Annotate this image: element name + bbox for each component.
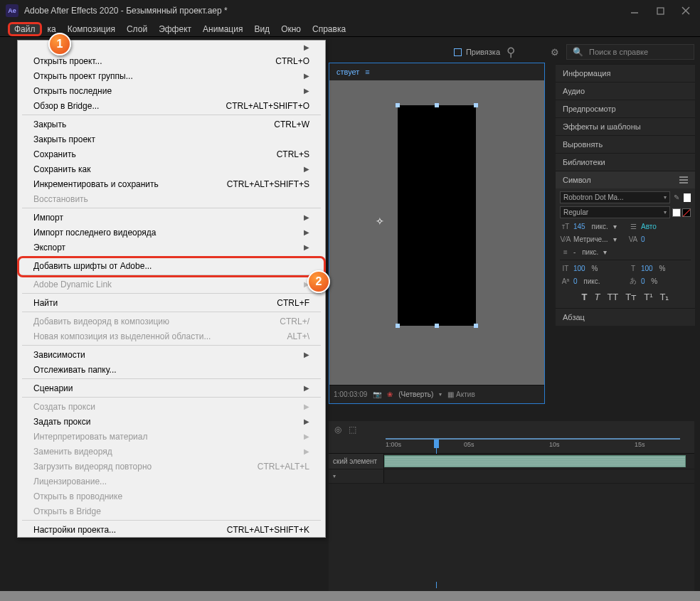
font-style-dropdown[interactable]: Regular▾ bbox=[560, 206, 670, 218]
menu-animation[interactable]: Анимация bbox=[197, 23, 248, 36]
menu-item[interactable]: СохранитьCTRL+S bbox=[18, 147, 325, 161]
tick-1: 05s bbox=[464, 441, 474, 448]
composition-panel: ствует ≡ ✧ 1:00:03:09 📷 ❀ (Четверть) ▾ ▦… bbox=[329, 63, 545, 404]
handle-tl[interactable] bbox=[396, 103, 400, 107]
minimize-button[interactable] bbox=[630, 6, 640, 16]
stroke-color-swatch[interactable] bbox=[682, 208, 691, 217]
menu-item[interactable]: Сценарии▶ bbox=[18, 381, 325, 395]
fill-color-swatch[interactable] bbox=[672, 208, 681, 217]
snapshot-icon[interactable]: 📷 bbox=[373, 390, 381, 398]
maximize-button[interactable] bbox=[655, 6, 665, 16]
stroke-width-field[interactable]: ≡- пикс.▾ bbox=[560, 247, 691, 257]
menu-item[interactable]: Обзор в Bridge...CTRL+ALT+SHIFT+O bbox=[18, 98, 325, 113]
comp-tab[interactable]: ствует ≡ bbox=[329, 63, 544, 80]
menu-item[interactable]: Настройки проекта...CTRL+ALT+SHIFT+K bbox=[18, 522, 325, 537]
status-bar bbox=[0, 591, 700, 601]
work-area[interactable] bbox=[386, 438, 680, 440]
menu-item[interactable]: НайтиCTRL+F bbox=[18, 295, 325, 310]
menu-item[interactable]: Добавить шрифты от Adobe... bbox=[18, 258, 325, 273]
menu-view[interactable]: Вид bbox=[248, 23, 275, 36]
handle-br[interactable] bbox=[474, 324, 478, 328]
vscale-field[interactable]: IT100 % bbox=[560, 263, 623, 273]
comp-viewport[interactable]: ✧ bbox=[329, 80, 544, 351]
checkbox-icon bbox=[454, 48, 462, 56]
tsume-field[interactable]: あ0 % bbox=[627, 276, 691, 286]
timecode-display[interactable]: 1:00:03:09 bbox=[334, 390, 367, 398]
menu-item[interactable]: Импорт▶ bbox=[18, 210, 325, 225]
menu-effect[interactable]: Эффект bbox=[153, 23, 197, 36]
tl-icon-2[interactable]: ⬚ bbox=[349, 425, 356, 435]
tracking-icon: VA bbox=[627, 234, 639, 244]
handle-t[interactable] bbox=[435, 103, 439, 107]
snap-toggle[interactable]: Привязка ⚲ bbox=[454, 45, 515, 60]
menu-layer[interactable]: Слой bbox=[121, 23, 153, 36]
menu-item[interactable]: Задать прокси▶ bbox=[18, 414, 325, 429]
panel-preview[interactable]: Предпросмотр bbox=[556, 100, 695, 117]
timeline-ruler[interactable]: 1:00s 05s 10s 15s bbox=[329, 438, 694, 454]
allcaps-button[interactable]: TT bbox=[607, 292, 618, 302]
menu-item[interactable]: ЗакрытьCTRL+W bbox=[18, 117, 325, 132]
hscale-field[interactable]: T100 % bbox=[627, 263, 691, 273]
tick-2: 10s bbox=[549, 441, 560, 448]
panel-character-header[interactable]: Символ bbox=[556, 171, 695, 188]
snap-expand-icon: ⚲ bbox=[507, 45, 515, 60]
fill-swatch[interactable] bbox=[684, 193, 691, 202]
layer-label: ский элемент bbox=[329, 454, 384, 469]
panel-paragraph[interactable]: Абзац bbox=[556, 308, 695, 326]
help-search[interactable]: 🔍 Поиск в справке bbox=[566, 44, 694, 60]
handle-bl[interactable] bbox=[396, 324, 400, 328]
menu-item[interactable]: Закрыть проект bbox=[18, 132, 325, 147]
anchor-icon: ✧ bbox=[376, 216, 386, 225]
menu-item[interactable]: Отслеживать папку... bbox=[18, 362, 325, 377]
step-badge-2: 2 bbox=[307, 270, 330, 293]
italic-button[interactable]: T bbox=[594, 292, 600, 302]
kerning-icon: V⁄A bbox=[560, 234, 571, 244]
menu-item[interactable]: Импорт последнего видеоряда▶ bbox=[18, 225, 325, 240]
handle-b[interactable] bbox=[435, 324, 439, 328]
camera-dropdown[interactable]: ▦ Актив bbox=[447, 390, 474, 398]
comp-tab-menu-icon[interactable]: ≡ bbox=[365, 68, 369, 76]
panel-effects[interactable]: Эффекты и шаблоны bbox=[556, 117, 695, 135]
superscript-button[interactable]: T¹ bbox=[644, 292, 652, 302]
menu-item: Восстановить bbox=[18, 191, 325, 206]
layer-clip[interactable] bbox=[384, 455, 686, 467]
panel-menu-icon[interactable] bbox=[679, 176, 688, 184]
tl-icon-1[interactable]: ◎ bbox=[334, 425, 341, 435]
menu-item[interactable]: Открыть проект...CTRL+O bbox=[18, 53, 325, 68]
font-size-field[interactable]: тТ145 пикс.▾ bbox=[560, 221, 623, 231]
handle-tr[interactable] bbox=[474, 103, 478, 107]
app-icon: Ae bbox=[6, 4, 18, 17]
close-button[interactable] bbox=[681, 6, 691, 16]
menu-item[interactable]: Зависимости▶ bbox=[18, 347, 325, 362]
menu-item[interactable]: Сохранить как▶ bbox=[18, 161, 325, 176]
leading-field[interactable]: ☰Авто bbox=[627, 221, 691, 231]
baseline-field[interactable]: Aª0 пикс. bbox=[560, 276, 623, 286]
timeline-sub-row[interactable]: ▾ bbox=[329, 469, 694, 484]
comp-tab-label: ствует bbox=[336, 68, 359, 76]
kerning-field[interactable]: V⁄AМетриче...▾ bbox=[560, 234, 623, 244]
panel-align[interactable]: Выровнять bbox=[556, 135, 695, 153]
panel-info[interactable]: Информация bbox=[556, 64, 695, 82]
smallcaps-button[interactable]: Tᴛ bbox=[625, 292, 637, 302]
menu-item[interactable]: Открыть последние▶ bbox=[18, 83, 325, 98]
menu-help[interactable]: Справка bbox=[307, 23, 351, 36]
subscript-button[interactable]: T₁ bbox=[660, 292, 669, 302]
bold-button[interactable]: T bbox=[582, 292, 588, 302]
menu-item[interactable]: Открыть проект группы...▶ bbox=[18, 68, 325, 83]
timeline-layer-row[interactable]: ский элемент bbox=[329, 454, 694, 469]
settings-icon[interactable]: ⚙ bbox=[551, 47, 559, 58]
menu-window[interactable]: Окно bbox=[275, 23, 307, 36]
menu-file[interactable]: Файл bbox=[8, 22, 42, 36]
menu-item[interactable]: Экспорт▶ bbox=[18, 240, 325, 255]
panel-libraries[interactable]: Библиотеки bbox=[556, 153, 695, 171]
layer-sublabel: ▾ bbox=[329, 469, 384, 483]
menu-item[interactable]: Инкрементировать и сохранитьCTRL+ALT+SHI… bbox=[18, 176, 325, 191]
font-family-dropdown[interactable]: Robotron Dot Ma...▾ bbox=[560, 191, 670, 203]
menu-composition[interactable]: Композиция bbox=[62, 23, 121, 36]
quality-dropdown[interactable]: (Четверть) bbox=[398, 390, 433, 398]
palette-icon[interactable]: ❀ bbox=[387, 390, 393, 398]
eyedropper-icon[interactable]: ✎ bbox=[672, 193, 682, 203]
playhead[interactable] bbox=[434, 440, 439, 448]
panel-audio[interactable]: Аудио bbox=[556, 82, 695, 100]
tracking-field[interactable]: VA0 bbox=[627, 234, 691, 244]
